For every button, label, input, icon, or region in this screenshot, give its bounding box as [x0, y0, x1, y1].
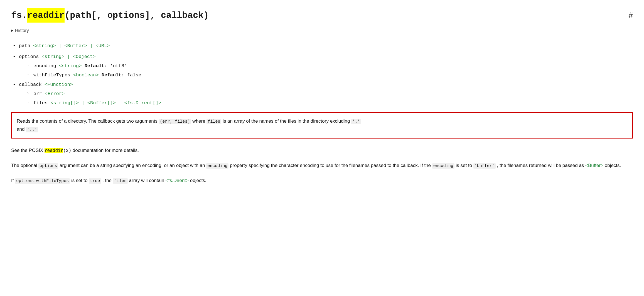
options-paragraph: The optional options argument can be a s…	[11, 161, 633, 170]
withfiletypes-name: withFileTypes	[33, 72, 73, 78]
code-true: true	[89, 178, 101, 184]
bullet: •	[13, 53, 16, 60]
code-options-inline: options	[38, 163, 58, 169]
param-options-name: options	[19, 54, 42, 59]
withfiletypes-default-val: false	[127, 72, 141, 78]
circle-icon: ○	[27, 100, 29, 105]
err-type: <Error>	[45, 91, 65, 96]
bullet: •	[13, 81, 16, 88]
hash-anchor[interactable]: #	[628, 9, 633, 22]
history-label: History	[15, 27, 29, 34]
params-list: • path <string> | <Buffer> | <URL> • opt…	[11, 42, 633, 107]
callback-files: ○ files <string[]> | <Buffer[]> | <fs.Di…	[26, 99, 633, 107]
param-callback-type: <Function>	[45, 82, 73, 87]
posix-man-ref: (3)	[63, 148, 71, 153]
files-types: <string[]> | <Buffer[]> | <fs.Dirent[]>	[50, 100, 161, 106]
circle-icon: ○	[27, 72, 29, 77]
callback-sublist: ○ err <Error> ○ files <string[]> | <Buff…	[26, 90, 633, 107]
withfiletypes-paragraph: If options.withFileTypes is set to true …	[11, 176, 633, 185]
err-name: err	[33, 91, 45, 96]
option-withfiletypes: ○ withFileTypes <boolean> Default: false	[26, 71, 633, 79]
encoding-name: encoding	[33, 63, 59, 69]
encoding-default: Default:	[82, 63, 110, 69]
bullet: •	[13, 42, 16, 50]
param-options: • options <string> | <Object> ○ encoding…	[11, 53, 633, 79]
title-rest: (path[, options], callback)	[65, 8, 209, 23]
code-files-inline: files	[113, 178, 128, 184]
option-encoding: ○ encoding <string> Default: 'utf8'	[26, 62, 633, 70]
param-callback: • callback <Function> ○ err <Error> ○ fi…	[11, 81, 633, 107]
buffer-type-link: <Buffer>	[585, 163, 603, 168]
param-options-types: <string> | <Object>	[42, 54, 96, 59]
title-highlighted: readdir	[27, 8, 65, 23]
title-prefix: fs.	[11, 8, 27, 23]
code-dotdot: '..'	[26, 127, 38, 132]
param-path: • path <string> | <Buffer> | <URL>	[11, 42, 633, 50]
code-err-files: (err, files)	[159, 119, 191, 124]
code-encoding-inline2: encoding	[432, 163, 454, 169]
param-callback-name: callback	[19, 82, 45, 87]
withfiletypes-type: <boolean>	[73, 72, 99, 78]
options-sublist: ○ encoding <string> Default: 'utf8' ○ wi…	[26, 62, 633, 79]
fsdirent-type-link: <fs.Dirent>	[166, 178, 189, 183]
param-path-name: path	[19, 43, 33, 48]
encoding-default-val: 'utf8'	[110, 63, 127, 69]
param-path-types: <string> | <Buffer> | <URL>	[33, 43, 110, 48]
posix-paragraph: See the POSIX readdir(3) documentation f…	[11, 146, 633, 155]
callback-err: ○ err <Error>	[26, 90, 633, 98]
files-name: files	[33, 100, 50, 106]
description-box: Reads the contents of a directory. The c…	[11, 112, 633, 139]
encoding-type: <string>	[59, 63, 82, 69]
code-buffer-string: 'buffer'	[473, 163, 496, 169]
code-encoding-inline: encoding	[206, 163, 228, 169]
withfiletypes-default: Default:	[99, 72, 127, 78]
code-dot: '.'	[351, 119, 361, 124]
circle-icon: ○	[27, 63, 29, 68]
description-line2: and '..'	[17, 125, 627, 134]
description-line1: Reads the contents of a directory. The c…	[17, 117, 627, 125]
page-title: fs.readdir(path[, options], callback)	[11, 8, 628, 23]
history-arrow-icon: ▶	[11, 28, 13, 33]
posix-readdir-highlight: readdir	[45, 148, 63, 153]
code-withfiletypes-option: options.withFileTypes	[15, 178, 70, 184]
code-files: files	[207, 119, 221, 124]
circle-icon: ○	[27, 91, 29, 96]
history-toggle[interactable]: ▶ History	[11, 27, 633, 34]
